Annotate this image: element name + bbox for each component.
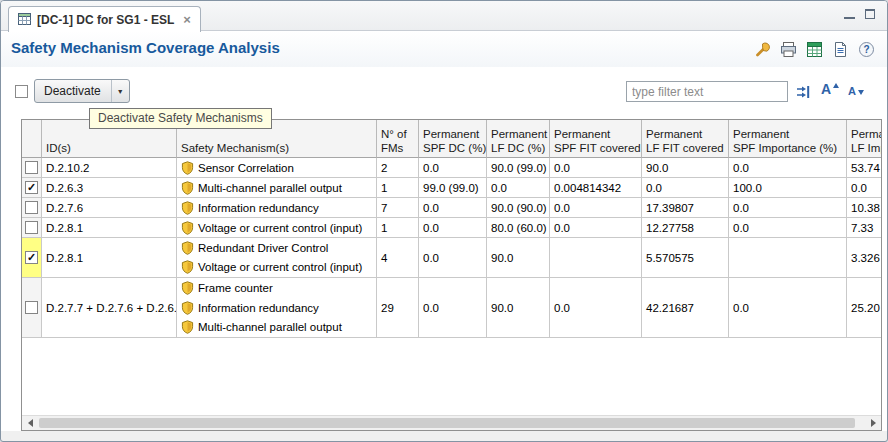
- mechanism-label: Multi-channel parallel output: [198, 182, 342, 194]
- shield-icon: [181, 221, 194, 235]
- scroll-right-button[interactable]: [865, 416, 881, 430]
- scroll-left-button[interactable]: [22, 416, 38, 430]
- report-icon[interactable]: [832, 41, 849, 58]
- cell-value: 0.0: [847, 178, 882, 198]
- mechanism-line: Sensor Correlation: [177, 158, 376, 177]
- coverage-table: ID(s)Safety Mechanism(s)N° ofFMsPermanen…: [21, 119, 882, 431]
- cell-id: D.2.8.1: [42, 218, 177, 238]
- shield-icon: [181, 301, 194, 315]
- cell-value: 17.39807: [642, 198, 729, 218]
- cell-value: 7.33: [847, 218, 882, 238]
- cell-id: D.2.8.1: [42, 238, 177, 278]
- mechanism-label: Information redundancy: [198, 202, 319, 214]
- column-header[interactable]: PermanentSPF FIT covered: [550, 120, 642, 158]
- row-checkbox[interactable]: [25, 161, 38, 174]
- cell-value: 12.27758: [642, 218, 729, 238]
- horizontal-scrollbar[interactable]: [22, 415, 881, 430]
- mechanism-label: Voltage or current control (input): [198, 261, 362, 273]
- tooltip: Deactivate Safety Mechanisms: [89, 108, 272, 129]
- deactivate-button-label: Deactivate: [35, 84, 111, 98]
- cell-id: D.2.10.2: [42, 158, 177, 178]
- mechanism-line: Frame counter: [177, 278, 376, 298]
- table-row[interactable]: D.2.7.7 + D.2.7.6 + D.2.6.3Frame counter…: [22, 278, 881, 338]
- column-header[interactable]: PermanentSPF DC (%): [419, 120, 487, 158]
- cell-value: 29: [377, 278, 419, 338]
- select-all-checkbox[interactable]: [15, 85, 28, 98]
- cell-value: 0.0: [729, 278, 847, 338]
- cell-value: 4: [377, 238, 419, 278]
- cell-value: 0.0: [419, 218, 487, 238]
- row-checkbox[interactable]: ✓: [25, 181, 38, 194]
- table-body: D.2.10.2Sensor Correlation20.090.0 (99.0…: [22, 158, 881, 338]
- cell-value: 1: [377, 178, 419, 198]
- column-header-checkbox: [22, 120, 42, 158]
- table-row[interactable]: ✓D.2.8.1Redundant Driver ControlVoltage …: [22, 238, 881, 278]
- row-checkbox-cell: [22, 218, 42, 238]
- cell-value: 0.004814342: [550, 178, 642, 198]
- font-decrease-icon[interactable]: A: [848, 86, 864, 97]
- export-excel-icon[interactable]: [806, 41, 823, 58]
- editor-tab[interactable]: [DC-1] DC for SG1 - ESL ×: [8, 6, 201, 32]
- shield-icon: [181, 241, 194, 255]
- mechanism-line: Voltage or current control (input): [177, 258, 376, 278]
- chevron-down-icon[interactable]: ▼: [112, 88, 129, 95]
- mechanism-line: Information redundancy: [177, 298, 376, 318]
- table-row[interactable]: D.2.8.1Voltage or current control (input…: [22, 218, 881, 238]
- row-checkbox[interactable]: ✓: [25, 251, 38, 264]
- close-icon[interactable]: ×: [183, 13, 191, 26]
- mechanism-line: Multi-channel parallel output: [177, 178, 376, 197]
- cell-value: 0.0: [729, 198, 847, 218]
- shield-icon: [181, 260, 194, 274]
- mechanism-line: Information redundancy: [177, 198, 376, 217]
- cell-mechanisms: Redundant Driver ControlVoltage or curre…: [177, 238, 377, 278]
- cell-value: 0.0: [729, 218, 847, 238]
- resize-columns-icon[interactable]: [795, 84, 811, 104]
- wrench-icon[interactable]: [754, 41, 771, 58]
- mechanism-label: Information redundancy: [198, 302, 319, 314]
- mechanism-label: Voltage or current control (input): [198, 222, 362, 234]
- column-header[interactable]: PermanentLF FIT covered: [642, 120, 729, 158]
- cell-value: 0.0: [419, 158, 487, 178]
- scrollbar-thumb[interactable]: [39, 418, 855, 428]
- cell-value: 25.20: [847, 278, 882, 338]
- help-icon[interactable]: ?: [858, 41, 875, 58]
- cell-value: 90.0: [487, 278, 550, 338]
- cell-value: 0.0: [642, 178, 729, 198]
- cell-value: [729, 238, 847, 278]
- row-checkbox[interactable]: [25, 201, 38, 214]
- mechanism-line: Voltage or current control (input): [177, 218, 376, 237]
- row-checkbox[interactable]: [25, 301, 38, 314]
- cell-value: 90.0 (99.0): [487, 158, 550, 178]
- column-header[interactable]: PermanentLF Importance (%): [847, 120, 882, 158]
- font-increase-letter: A: [821, 82, 831, 96]
- row-checkbox-cell: ✓: [22, 238, 42, 278]
- column-header[interactable]: PermanentLF DC (%): [487, 120, 550, 158]
- cell-mechanisms: Information redundancy: [177, 198, 377, 218]
- row-checkbox[interactable]: [25, 221, 38, 234]
- font-increase-icon[interactable]: A: [821, 82, 839, 96]
- cell-value: 42.21687: [642, 278, 729, 338]
- cell-id: D.2.7.7 + D.2.7.6 + D.2.6.3: [42, 278, 177, 338]
- filter-input[interactable]: [626, 81, 788, 102]
- print-icon[interactable]: [780, 41, 797, 58]
- deactivate-button[interactable]: Deactivate ▼: [34, 79, 130, 103]
- maximize-icon[interactable]: [865, 9, 875, 19]
- mechanism-line: Redundant Driver Control: [177, 238, 376, 258]
- cell-value: 0.0: [550, 218, 642, 238]
- cell-value: 0.0: [550, 278, 642, 338]
- minimize-icon[interactable]: [844, 10, 855, 19]
- table-row[interactable]: D.2.10.2Sensor Correlation20.090.0 (99.0…: [22, 158, 881, 178]
- cell-value: 0.0: [419, 278, 487, 338]
- table-row[interactable]: D.2.7.6Information redundancy70.090.0 (9…: [22, 198, 881, 218]
- cell-value: 0.0: [729, 158, 847, 178]
- app-window: [DC-1] DC for SG1 - ESL × Safety Mechani…: [0, 0, 888, 442]
- cell-mechanisms: Sensor Correlation: [177, 158, 377, 178]
- cell-value: 0.0: [487, 178, 550, 198]
- cell-mechanisms: Frame counterInformation redundancyMulti…: [177, 278, 377, 338]
- column-header[interactable]: PermanentSPF Importance (%): [729, 120, 847, 158]
- header-toolbar: ?: [754, 41, 875, 58]
- cell-mechanisms: Voltage or current control (input): [177, 218, 377, 238]
- mechanism-line: Multi-channel parallel output: [177, 317, 376, 337]
- column-header[interactable]: N° ofFMs: [377, 120, 419, 158]
- table-row[interactable]: ✓D.2.6.3Multi-channel parallel output199…: [22, 178, 881, 198]
